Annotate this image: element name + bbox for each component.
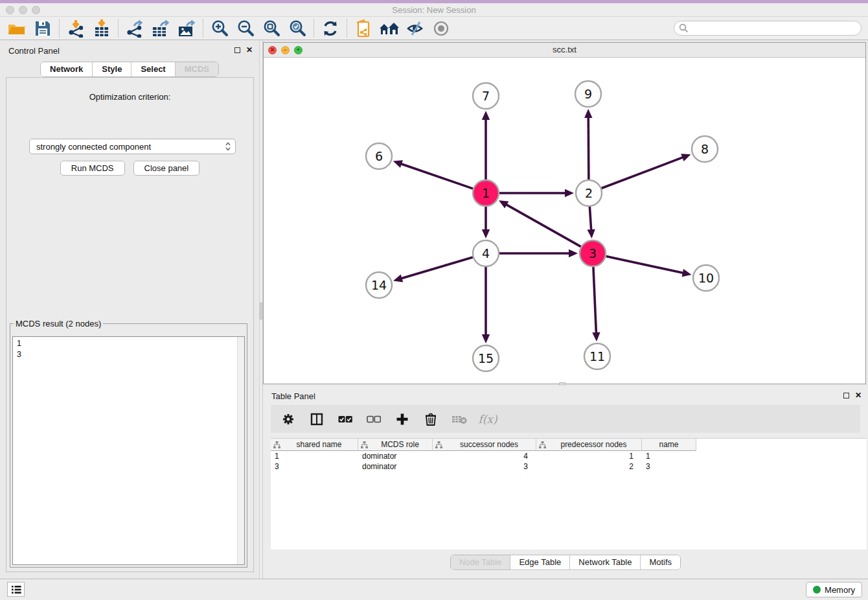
node-15[interactable]: 15 [473,345,499,371]
tab-select[interactable]: Select [131,62,175,76]
arrowhead [584,109,592,118]
apply-layout-button[interactable] [317,18,343,39]
delete-table-button[interactable] [450,410,469,429]
import-table-button[interactable] [89,18,115,39]
close-panel-icon[interactable]: ✕ [246,46,253,54]
mcds-result-list[interactable]: 13 [12,336,245,565]
toolbar-separator [347,19,347,38]
import-network-button[interactable] [63,18,89,39]
node-6[interactable]: 6 [366,143,392,169]
column-header-MCDS-role[interactable]: MCDS role [358,439,433,451]
zoom-out-button[interactable] [233,18,258,39]
close-table-panel-icon[interactable]: ✕ [855,391,862,399]
export-table-button[interactable] [148,18,174,39]
search-input[interactable] [689,23,861,34]
splitter-grip[interactable] [260,303,262,319]
tab-network-table[interactable]: Network Table [570,555,641,570]
welcome-screen-button[interactable] [376,18,402,39]
edge-4-to-14[interactable] [393,257,473,282]
table-row[interactable]: 1dominator411 [271,451,867,461]
table-cell[interactable]: 2 [536,461,642,472]
edge-1-to-2[interactable] [499,189,574,197]
search-box [674,21,862,36]
table-cell[interactable]: 1 [536,451,642,461]
edge-3-to-11[interactable] [592,267,600,341]
edge-3-to-1[interactable] [499,200,581,246]
table-cell[interactable]: 1 [642,451,696,461]
run-mcds-button[interactable]: Run MCDS [60,161,125,176]
tab-motifs[interactable]: Motifs [641,555,680,570]
edge-1-to-4[interactable] [482,207,490,238]
node-9[interactable]: 9 [575,81,601,107]
table-cell[interactable]: dominator [358,451,433,461]
table-header-row: shared nameMCDS rolesuccessor nodesprede… [271,438,867,451]
network-canvas[interactable]: 7968124314101511 [264,58,865,384]
zoom-fit-button[interactable] [258,18,284,39]
hide-panels-button[interactable] [402,18,428,39]
edge-2-to-9[interactable] [584,109,592,179]
function-builder-button[interactable]: f(x) [478,410,497,429]
table-cell[interactable]: 4 [433,451,536,461]
node-11[interactable]: 11 [584,343,610,369]
main-toolbar [0,17,868,40]
table-cell[interactable]: 1 [271,451,358,461]
node-7[interactable]: 7 [473,83,499,109]
delete-column-button[interactable] [421,410,440,429]
node-10[interactable]: 10 [693,265,719,291]
task-history-button[interactable] [7,582,25,597]
column-header-successor-nodes[interactable]: successor nodes [433,439,536,451]
arrowhead [482,229,490,238]
network-graph: 7968124314101511 [264,58,865,384]
tab-network[interactable]: Network [41,62,93,76]
column-header-shared-name[interactable]: shared name [271,439,358,451]
memory-button[interactable]: Memory [806,582,862,597]
export-network-button[interactable] [122,18,148,39]
edge-1-to-7[interactable] [482,111,490,179]
node-4[interactable]: 4 [473,240,499,266]
node-3[interactable]: 3 [580,240,606,266]
network-window-titlebar[interactable]: ✕ − + scc.txt [264,43,865,58]
table-cell[interactable]: 3 [271,461,358,472]
column-header-name[interactable]: name [642,439,696,451]
create-column-button[interactable] [393,410,412,429]
edge-2-to-3[interactable] [587,207,595,238]
tab-edge-table[interactable]: Edge Table [510,555,570,570]
select-all-button[interactable] [336,410,355,429]
node-14[interactable]: 14 [366,272,392,298]
edge-4-to-15[interactable] [482,267,490,343]
table-cell[interactable]: 3 [642,461,696,472]
table-cell[interactable]: dominator [358,461,433,472]
edge-4-to-3[interactable] [499,249,578,257]
tab-mcds[interactable]: MCDS [176,62,218,76]
edge-2-to-8[interactable] [602,154,691,188]
new-network-from-selection-button[interactable] [350,18,376,39]
float-panel-icon[interactable] [234,47,240,53]
export-image-button[interactable] [174,18,200,39]
tab-node-table[interactable]: Node Table [451,555,511,570]
edge-1-to-6[interactable] [393,160,473,189]
open-session-button[interactable] [4,18,30,39]
node-1[interactable]: 1 [473,180,499,206]
edge-3-to-10[interactable] [606,256,692,277]
table-options-button[interactable] [279,410,298,429]
node-8[interactable]: 8 [692,136,718,162]
tab-style[interactable]: Style [93,62,131,76]
table-row[interactable]: 3dominator323 [271,461,867,472]
column-header-label: predecessor nodes [546,440,641,449]
mcds-result-fieldset: MCDS result (2 nodes) 13 [10,319,247,568]
show-panels-button[interactable] [428,18,454,39]
save-session-button[interactable] [30,18,56,39]
list-icon [11,585,21,594]
control-panel: Control Panel ✕ NetworkStyleSelectMCDS O… [0,40,259,579]
float-table-panel-icon[interactable] [843,393,849,398]
zoom-selected-button[interactable] [284,18,310,39]
column-header-predecessor-nodes[interactable]: predecessor nodes [536,439,642,451]
deselect-all-button[interactable] [364,410,383,429]
zoom-in-button[interactable] [207,18,233,39]
table-cell[interactable]: 3 [433,461,536,472]
close-panel-button[interactable]: Close panel [133,161,200,176]
show-columns-button[interactable] [307,410,326,429]
result-scrollbar[interactable] [237,337,244,564]
optimization-criterion-select[interactable]: strongly connected component [29,139,236,154]
node-2[interactable]: 2 [576,180,602,206]
